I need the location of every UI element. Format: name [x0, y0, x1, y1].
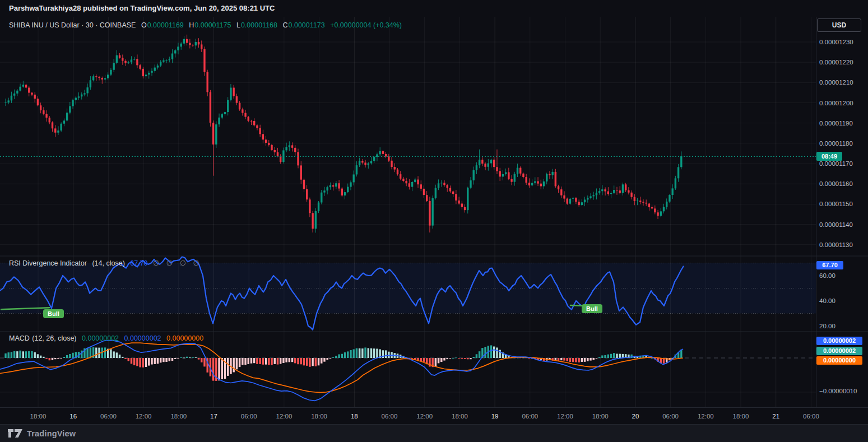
- time-axis-day-label: 17: [210, 413, 217, 420]
- ohlc-open-value: 0.00001169: [147, 21, 184, 29]
- price-axis-label: 0.00001130: [819, 241, 853, 248]
- time-axis-label: 12:00: [698, 413, 714, 420]
- rsi-params: (14, close): [92, 259, 124, 267]
- price-axis-label: 0.00001230: [819, 39, 853, 45]
- macd-histogram-badge: 0.00000002: [816, 347, 862, 355]
- ohlc-low-label: L: [236, 21, 240, 29]
- rsi-axis-label: 60.00: [819, 272, 835, 279]
- macd-legend: MACD (12, 26, close) 0.00000002 0.000000…: [9, 334, 207, 342]
- ohlc-low-value: 0.00001168: [241, 21, 277, 29]
- tradingview-logo-icon[interactable]: [8, 429, 22, 438]
- price-change: +0.00000004 (+0.34%): [330, 21, 402, 29]
- rsi-value: 67.70: [130, 259, 147, 267]
- time-axis-label: 18:00: [170, 413, 187, 420]
- rsi-null-icon: ∅: [193, 259, 199, 267]
- bull-signal-badge: Bull: [43, 309, 64, 318]
- rsi-title[interactable]: RSI Divergence Indicator: [9, 259, 87, 267]
- time-axis-day-label: 20: [632, 413, 639, 420]
- price-axis-label: 0.00001200: [819, 100, 853, 106]
- macd-signal-badge: 0.00000000: [816, 356, 862, 365]
- price-axis-label: 0.00001150: [819, 201, 853, 207]
- time-axis-label: 06:00: [662, 413, 679, 420]
- tradingview-brand-link[interactable]: TradingView: [27, 429, 76, 438]
- time-axis-day-label: 19: [491, 413, 499, 420]
- price-axis-label: 0.00001190: [819, 120, 853, 127]
- time-axis-label: 06:00: [522, 413, 538, 420]
- price-axis-label: 0.00001160: [819, 180, 853, 187]
- time-axis-label: 12:00: [276, 413, 293, 420]
- ohlc-high-label: H: [189, 21, 194, 29]
- rsi-null-icon: ∅: [180, 259, 186, 267]
- rsi-axis-label: 20.00: [819, 323, 835, 329]
- time-axis-label: 18:00: [311, 413, 327, 420]
- rsi-value-badge: 67.70: [816, 261, 843, 269]
- macd-line-value: 0.00000002: [124, 334, 161, 342]
- time-axis-label: 18:00: [592, 413, 609, 420]
- macd-params: (12, 26, close): [32, 334, 76, 342]
- tradingview-snapshot: ParshwaTurakhiya28 published on TradingV…: [0, 0, 868, 442]
- symbol-legend: SHIBA INU / US Dollar · 30 · COINBASE O0…: [9, 21, 405, 29]
- bull-signal-badge: Bull: [582, 304, 602, 313]
- time-axis-label: 06:00: [100, 413, 117, 420]
- ohlc-close-value: 0.00001173: [289, 21, 325, 29]
- rsi-null-icon: ∅: [153, 259, 159, 267]
- time-axis-label: 12:00: [136, 413, 152, 420]
- bottom-toolbar: TradingView: [0, 424, 868, 442]
- macd-signal-value: 0.00000000: [166, 334, 203, 342]
- ohlc-high-value: 0.00001175: [194, 21, 231, 29]
- bar-countdown-badge: 08:49: [816, 152, 842, 161]
- time-axis-day-label: 18: [351, 413, 358, 420]
- chart-canvas[interactable]: [0, 0, 868, 442]
- rsi-null-icon: ∅: [166, 259, 173, 267]
- time-axis-label: 06:00: [803, 413, 819, 420]
- time-axis-label: 06:00: [241, 413, 257, 420]
- ohlc-close-label: C: [282, 21, 287, 29]
- price-axis-label: 0.00001220: [819, 59, 853, 66]
- time-axis-label: 06:00: [382, 413, 398, 420]
- macd-histogram-value: 0.00000002: [82, 334, 119, 342]
- ohlc-open-label: O: [141, 21, 147, 29]
- time-axis-day-label: 16: [69, 413, 77, 420]
- currency-toggle-button[interactable]: USD: [817, 18, 861, 32]
- price-axis-label: 0.00001170: [819, 160, 853, 167]
- macd-line-badge: 0.00000002: [816, 337, 862, 345]
- time-axis-label: 18:00: [733, 413, 749, 420]
- time-axis-label: 12:00: [557, 413, 573, 420]
- price-axis-label: 0.00001210: [819, 79, 853, 86]
- time-axis-label: 18:00: [30, 413, 47, 420]
- price-axis-label: 0.00001140: [819, 221, 853, 228]
- symbol-title[interactable]: SHIBA INU / US Dollar · 30 · COINBASE: [9, 21, 136, 29]
- rsi-legend: RSI Divergence Indicator (14, close) 67.…: [9, 259, 205, 267]
- time-axis-day-label: 21: [772, 413, 779, 420]
- price-axis-label: 0.00001180: [819, 140, 853, 147]
- rsi-axis-label: 40.00: [819, 297, 835, 304]
- time-axis-label: 12:00: [416, 413, 433, 420]
- macd-axis-label: −0.00000010: [819, 388, 857, 394]
- macd-title[interactable]: MACD: [9, 334, 30, 342]
- time-axis-label: 18:00: [452, 413, 468, 420]
- time-axis[interactable]: 18:001606:0012:0018:001706:0012:0018:001…: [0, 407, 868, 425]
